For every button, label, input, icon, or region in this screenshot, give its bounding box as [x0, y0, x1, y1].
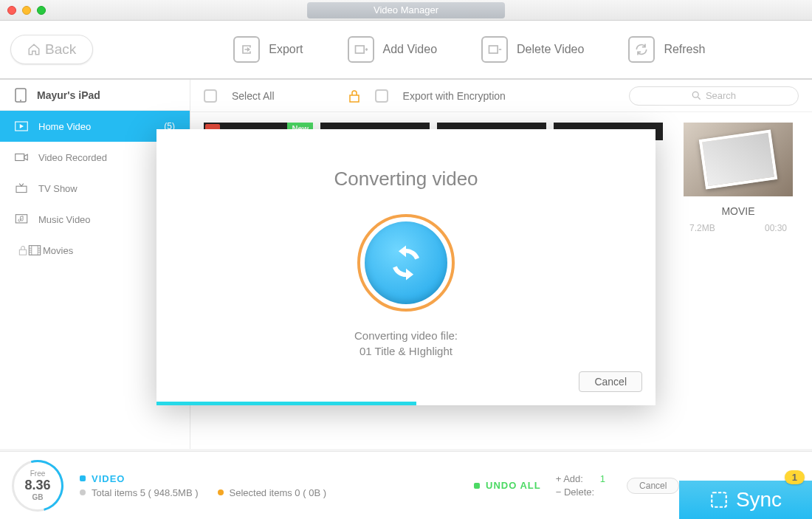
dialog-cancel-button[interactable]: Cancel: [579, 371, 642, 392]
encrypt-label: Export with Encryption: [403, 90, 506, 102]
zoom-icon[interactable]: [37, 6, 46, 15]
sync-label: Sync: [736, 488, 782, 512]
sync-icon: [709, 490, 729, 509]
export-icon: [233, 36, 260, 63]
delete-video-button[interactable]: Delete Video: [481, 36, 584, 63]
sidebar-item-label: Video Recorded: [38, 152, 107, 163]
delete-video-icon: [481, 36, 508, 63]
add-video-icon: [348, 36, 374, 63]
lock-icon: [18, 245, 28, 255]
video-meta: 7.2MB 00:30: [684, 223, 793, 233]
refresh-button[interactable]: Refresh: [628, 36, 705, 63]
close-icon[interactable]: [7, 6, 16, 15]
header: Back Export Add Video Delete Video Refre…: [0, 21, 812, 80]
selected-items: Selected items 0 ( 0B ): [230, 487, 327, 498]
sync-badge: 1: [785, 470, 805, 484]
film-icon: [28, 245, 41, 255]
lock-icon: [348, 89, 360, 103]
svg-point-3: [20, 100, 21, 101]
video-duration: 00:30: [765, 223, 787, 233]
total-items: Total items 5 ( 948.5MB ): [92, 487, 199, 498]
toolbar: Export Add Video Delete Video Refresh: [233, 36, 705, 63]
svg-rect-8: [19, 250, 26, 255]
device-name: Mayur's iPad: [37, 89, 100, 101]
delete-value: [602, 487, 616, 498]
add-video-button[interactable]: Add Video: [348, 36, 438, 63]
svg-rect-0: [355, 46, 364, 53]
video-heading: VIDEO: [92, 473, 125, 484]
device-row[interactable]: Mayur's iPad: [0, 80, 190, 111]
delete-label: − Delete:: [556, 487, 594, 498]
svg-rect-5: [16, 154, 24, 161]
window-controls: [7, 6, 46, 15]
dialog-title: Converting video: [334, 168, 478, 190]
search-icon: [692, 91, 701, 100]
storage-gauge: Free 8.36 GB: [12, 460, 63, 512]
cancel-button[interactable]: Cancel: [627, 478, 679, 494]
converting-dialog: Converting video Converting video file: …: [156, 129, 656, 405]
select-all-checkbox[interactable]: [204, 89, 217, 103]
add-label: + Add:: [556, 473, 583, 484]
video-card[interactable]: MOVIE 7.2MB 00:30: [684, 123, 793, 233]
select-all-label: Select All: [232, 90, 275, 102]
sync-button[interactable]: 1 Sync: [679, 481, 812, 519]
titlebar: Video Manager: [0, 0, 812, 21]
svg-rect-12: [712, 492, 726, 507]
sidebar-item-label: Home Video: [38, 121, 91, 132]
minimize-icon[interactable]: [22, 6, 31, 15]
delete-video-label: Delete Video: [517, 43, 584, 56]
dialog-line1: Converting video file:: [354, 328, 458, 343]
sidebar-item-label: Music Video: [38, 214, 91, 225]
video-title: MOVIE: [684, 205, 793, 217]
filter-bar: Select All Export with Encryption Search: [190, 80, 812, 112]
undo-all-label[interactable]: UNDO ALL: [486, 480, 541, 491]
add-video-label: Add Video: [383, 43, 438, 56]
back-label: Back: [45, 41, 76, 58]
export-button[interactable]: Export: [233, 36, 303, 63]
camera-icon: [15, 152, 28, 162]
pending-changes: + Add:1 − Delete:: [556, 471, 616, 500]
refresh-label: Refresh: [664, 43, 705, 56]
svg-rect-6: [16, 186, 27, 192]
back-button[interactable]: Back: [10, 35, 93, 64]
svg-rect-1: [489, 46, 498, 53]
sidebar-item-label: TV Show: [38, 183, 78, 194]
gauge-unit: GB: [32, 493, 44, 501]
music-video-icon: [15, 214, 28, 224]
search-input[interactable]: Search: [629, 86, 799, 106]
tv-icon: [15, 183, 28, 193]
undo-section: UNDO ALL: [474, 480, 541, 491]
progress-bar: [156, 402, 416, 405]
search-placeholder: Search: [706, 90, 736, 101]
gauge-free-label: Free: [30, 470, 46, 478]
cycle-icon: [385, 242, 427, 283]
gauge-value: 8.36: [24, 478, 50, 493]
footer: Free 8.36 GB VIDEO Total items 5 ( 948.5…: [0, 451, 812, 519]
video-icon: [15, 121, 28, 131]
window-title: Video Manager: [307, 2, 505, 18]
home-icon: [27, 43, 41, 56]
refresh-icon: [628, 36, 655, 63]
ipad-icon: [15, 88, 27, 103]
svg-point-11: [692, 92, 698, 97]
export-label: Export: [269, 43, 303, 56]
sidebar-item-label: Movies: [43, 245, 73, 256]
video-size: 7.2MB: [689, 223, 715, 233]
add-value: 1: [591, 473, 605, 484]
progress-spinner: [357, 214, 455, 312]
svg-rect-10: [350, 95, 359, 102]
footer-stats: VIDEO Total items 5 ( 948.5MB ) Selected…: [80, 470, 326, 501]
video-thumbnail: [684, 123, 793, 196]
dialog-line2: 01 Title & HIghlight: [354, 343, 458, 359]
encrypt-checkbox[interactable]: [375, 89, 388, 103]
dialog-message: Converting video file: 01 Title & HIghli…: [354, 328, 458, 359]
